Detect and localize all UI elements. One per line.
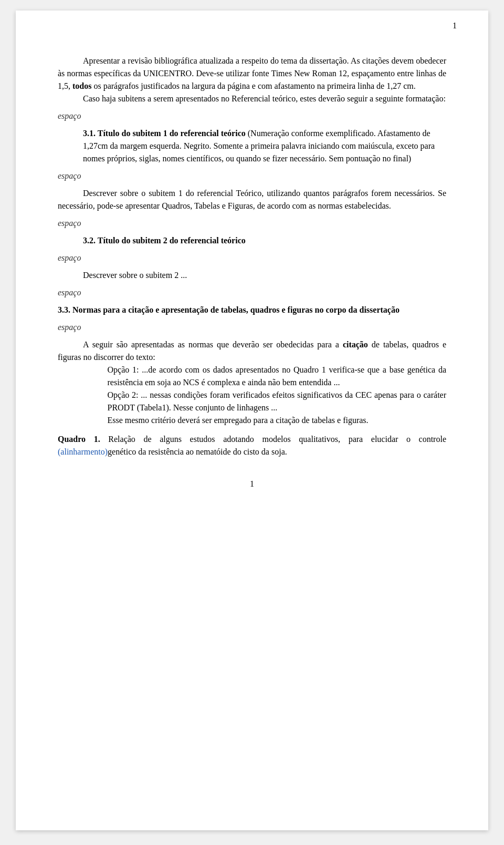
subitem-3-1-num: 3.1. xyxy=(83,129,98,138)
intro-paragraph-2: Caso haja subitens a serem apresentados … xyxy=(58,92,446,105)
opcao2-label: Opção 2: xyxy=(107,390,141,399)
subitem-3-3-text: 3.3. Normas para a citação e apresentaçã… xyxy=(58,305,400,314)
opcao1-label: Opção 1: xyxy=(107,365,142,374)
opcao1-text: ...de acordo com os dados apresentados n… xyxy=(107,365,446,387)
citacao-bold: citação xyxy=(343,340,368,349)
desc-text-2: Descrever sobre o subitem 2 ... xyxy=(83,271,187,280)
desc-paragraph-1: Descrever sobre o subitem 1 do referenci… xyxy=(58,187,446,212)
intro-text-1: Apresentar a revisão bibliográfica atual… xyxy=(58,56,446,90)
desc-paragraph-2: Descrever sobre o subitem 2 ... xyxy=(83,269,446,282)
opcao1-paragraph: Opção 1: ...de acordo com os dados apres… xyxy=(107,364,446,389)
intro-text-2: Caso haja subitens a serem apresentados … xyxy=(83,94,446,103)
quadro-text: Relação de alguns estudos adotando model… xyxy=(58,435,446,456)
page-number-top: 1 xyxy=(453,21,457,30)
subitem-3-2-num: 3.2. xyxy=(83,236,98,245)
criterio-text: Esse mesmo critério deverá ser empregado… xyxy=(107,416,368,425)
quadro-bold: Quadro 1. xyxy=(58,435,108,444)
normas-intro-paragraph: A seguir são apresentadas as normas que … xyxy=(58,338,446,364)
document-page: 1 Apresentar a revisão bibliográfica atu… xyxy=(16,11,488,830)
espaço-1: espaço xyxy=(58,111,446,121)
normas-intro-text-1: A seguir são apresentadas as normas que … xyxy=(58,340,446,362)
opcao2-text: ... nessas condições foram verificados e… xyxy=(107,390,446,412)
page-number-bottom: 1 xyxy=(58,479,446,489)
espaço-6: espaço xyxy=(58,323,446,332)
espaço-3: espaço xyxy=(58,219,446,228)
alinhamento-label: (alinharmento) xyxy=(58,447,108,456)
intro-paragraph-1: Apresentar a revisão bibliográfica atual… xyxy=(58,55,446,92)
espaço-5: espaço xyxy=(58,288,446,297)
subitem-3-2-bold-text: Título do subitem 2 do referencial teóri… xyxy=(98,236,246,245)
subitem-3-2-title: 3.2. Título do subitem 2 do referencial … xyxy=(83,234,446,247)
opcao2-paragraph: Opção 2: ... nessas condições foram veri… xyxy=(107,389,446,414)
espaço-2: espaço xyxy=(58,171,446,181)
subitem-3-1-bold-text: Título do subitem 1 do referencial teóri… xyxy=(98,129,248,138)
subitem-3-3-title: 3.3. Normas para a citação e apresentaçã… xyxy=(58,304,446,316)
quadro-paragraph: Quadro 1. Relação de alguns estudos adot… xyxy=(58,433,446,458)
criterio-paragraph: Esse mesmo critério deverá ser empregado… xyxy=(107,414,446,427)
subitem-3-1-title: 3.1. Título do subitem 1 do referencial … xyxy=(83,127,446,165)
desc-text-1: Descrever sobre o subitem 1 do referenci… xyxy=(58,189,446,210)
espaço-4: espaço xyxy=(58,253,446,263)
todos-bold: todos xyxy=(72,81,91,90)
